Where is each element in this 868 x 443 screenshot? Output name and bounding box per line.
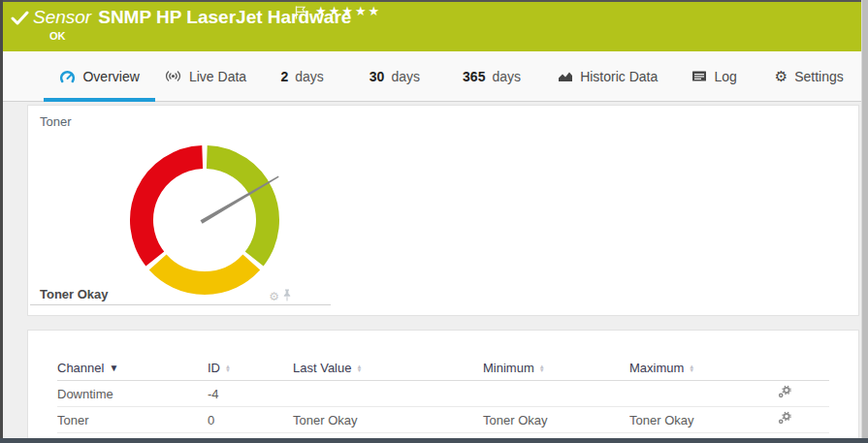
gauge-settings-gear-icon[interactable]: ⚙ [269, 291, 279, 302]
tab-bar: Overview Live Data 2 days 30 days 365 da… [3, 51, 861, 102]
sensor-name: SNMP HP LaserJet Hardware [98, 7, 351, 27]
sort-icon: ▲▼ [225, 364, 231, 372]
tab-label: Settings [794, 69, 844, 84]
tab-label: days [295, 69, 324, 84]
pin-icon[interactable] [282, 288, 292, 305]
gauge-status-label: Toner Okay [40, 287, 109, 301]
cell-channel[interactable]: Toner [57, 413, 208, 427]
channel-settings-icon[interactable] [777, 385, 792, 403]
tab-day-count: 30 [370, 69, 385, 84]
tab-day-count: 2 [280, 69, 288, 84]
object-type-label: Sensor [33, 7, 91, 27]
flag-icon[interactable] [295, 6, 306, 23]
cell-id: 0 [208, 413, 293, 427]
cell-channel[interactable]: Downtime [57, 387, 208, 401]
tab-label: Log [714, 69, 736, 84]
tab-30-days[interactable]: 30 days [350, 51, 440, 101]
column-label: Channel [57, 361, 104, 375]
column-header-channel[interactable]: Channel ▼ [57, 361, 208, 375]
area-chart-icon [558, 70, 573, 82]
column-label: Minimum [483, 361, 534, 375]
sort-desc-icon: ▼ [109, 363, 118, 373]
toner-gauge [28, 106, 397, 309]
tab-historic-data[interactable]: Historic Data [544, 51, 672, 101]
gauge-segment-error [142, 157, 203, 259]
sort-icon: ▲▼ [689, 364, 694, 372]
gauge-segment-ok [207, 157, 268, 259]
priority-stars[interactable]: ★★★★★ [315, 4, 381, 18]
gauge-segment-warning [158, 263, 252, 284]
column-header-minimum[interactable]: Minimum ▲▼ [483, 361, 629, 375]
tab-2-days[interactable]: 2 days [255, 51, 350, 101]
tab-label: days [391, 69, 420, 84]
cell-last-value: Toner Okay [293, 413, 483, 427]
tab-live-data[interactable]: Live Data [155, 51, 255, 101]
cell-minimum: Toner Okay [483, 413, 629, 427]
window-edge-left [0, 0, 3, 443]
prtg-sensor-page: SensorSNMP HP LaserJet Hardware ★★★★★ OK… [0, 0, 868, 443]
column-label: Last Value [293, 361, 351, 375]
live-signal-icon [164, 70, 182, 82]
column-label: ID [208, 361, 220, 375]
tab-label: Live Data [189, 69, 246, 84]
column-label: Maximum [629, 361, 684, 375]
gauge-panel: Toner Toner Okay ⚙ [27, 105, 859, 316]
sort-icon: ▲▼ [539, 364, 545, 372]
cell-maximum: Toner Okay [629, 413, 777, 427]
window-edge-top [0, 0, 868, 2]
column-header-id[interactable]: ID ▲▼ [208, 361, 293, 375]
tab-label: Historic Data [580, 69, 658, 84]
gear-icon: ⚙ [775, 69, 788, 83]
tab-log[interactable]: Log [672, 51, 757, 101]
status-badge: OK [49, 30, 66, 42]
channel-table-panel: Channel ▼ ID ▲▼ Last Value ▲▼ Minimum ▲▼… [27, 330, 859, 443]
gauge-icon [59, 70, 76, 83]
tab-overview[interactable]: Overview [44, 51, 155, 101]
tab-label: Overview [82, 69, 139, 84]
cell-id: -4 [208, 387, 293, 401]
log-list-icon [691, 70, 707, 82]
tab-settings[interactable]: ⚙ Settings [757, 51, 861, 101]
tab-day-count: 365 [463, 69, 485, 84]
tab-365-days[interactable]: 365 days [439, 51, 543, 101]
channel-settings-icon[interactable] [777, 411, 792, 429]
table-header-row: Channel ▼ ID ▲▼ Last Value ▲▼ Minimum ▲▼… [57, 356, 829, 381]
column-header-maximum[interactable]: Maximum ▲▼ [629, 361, 777, 375]
column-header-last-value[interactable]: Last Value ▲▼ [293, 361, 483, 375]
ok-check-icon [11, 11, 29, 30]
window-edge-right[interactable] [861, 0, 868, 443]
sensor-header: SensorSNMP HP LaserJet Hardware ★★★★★ OK [3, 2, 861, 51]
tab-label: days [492, 69, 521, 84]
channel-table: Channel ▼ ID ▲▼ Last Value ▲▼ Minimum ▲▼… [28, 331, 858, 433]
gauge-footer: Toner Okay ⚙ [30, 286, 331, 305]
table-row[interactable]: Downtime -4 [57, 381, 829, 407]
sort-icon: ▲▼ [356, 364, 362, 372]
table-row[interactable]: Toner 0 Toner Okay Toner Okay Toner Okay [57, 407, 829, 433]
window-edge-bottom [0, 438, 868, 443]
